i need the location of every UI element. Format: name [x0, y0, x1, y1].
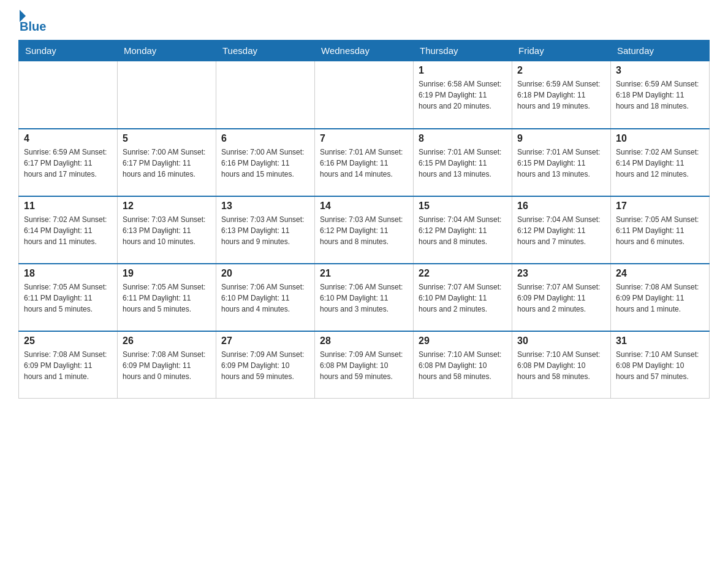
calendar-cell: 31Sunrise: 7:10 AM Sunset: 6:08 PM Dayli… [611, 331, 710, 399]
calendar-cell: 5Sunrise: 7:00 AM Sunset: 6:17 PM Daylig… [118, 129, 216, 196]
day-info: Sunrise: 7:01 AM Sunset: 6:16 PM Dayligh… [320, 147, 408, 180]
calendar-cell: 8Sunrise: 7:01 AM Sunset: 6:15 PM Daylig… [414, 129, 512, 196]
weekday-header-row: SundayMondayTuesdayWednesdayThursdayFrid… [19, 40, 710, 61]
day-number: 21 [320, 268, 408, 279]
day-number: 1 [419, 65, 507, 76]
day-number: 28 [320, 335, 408, 347]
calendar-cell [216, 61, 315, 129]
day-number: 9 [517, 133, 605, 144]
day-number: 13 [221, 201, 309, 212]
calendar-cell: 21Sunrise: 7:06 AM Sunset: 6:10 PM Dayli… [315, 264, 414, 331]
calendar-cell: 25Sunrise: 7:08 AM Sunset: 6:09 PM Dayli… [19, 331, 118, 399]
calendar-cell: 15Sunrise: 7:04 AM Sunset: 6:12 PM Dayli… [414, 196, 512, 264]
calendar-cell: 1Sunrise: 6:58 AM Sunset: 6:19 PM Daylig… [414, 61, 512, 129]
day-info: Sunrise: 7:05 AM Sunset: 6:11 PM Dayligh… [616, 214, 704, 247]
day-info: Sunrise: 7:05 AM Sunset: 6:11 PM Dayligh… [24, 282, 112, 315]
calendar-cell: 30Sunrise: 7:10 AM Sunset: 6:08 PM Dayli… [512, 331, 611, 399]
day-number: 16 [517, 201, 605, 212]
day-info: Sunrise: 7:08 AM Sunset: 6:09 PM Dayligh… [616, 282, 704, 315]
day-info: Sunrise: 7:00 AM Sunset: 6:16 PM Dayligh… [221, 147, 309, 180]
day-info: Sunrise: 7:02 AM Sunset: 6:14 PM Dayligh… [24, 214, 112, 247]
day-info: Sunrise: 7:03 AM Sunset: 6:12 PM Dayligh… [320, 214, 408, 247]
day-info: Sunrise: 7:07 AM Sunset: 6:10 PM Dayligh… [419, 282, 507, 315]
calendar-cell: 18Sunrise: 7:05 AM Sunset: 6:11 PM Dayli… [19, 264, 118, 331]
day-number: 11 [24, 201, 112, 212]
weekday-header-wednesday: Wednesday [315, 40, 414, 61]
calendar-week-row: 4Sunrise: 6:59 AM Sunset: 6:17 PM Daylig… [19, 129, 710, 196]
day-number: 6 [221, 133, 309, 144]
weekday-header-saturday: Saturday [611, 40, 710, 61]
page-header: Blue [18, 12, 710, 34]
calendar-cell: 9Sunrise: 7:01 AM Sunset: 6:15 PM Daylig… [512, 129, 611, 196]
calendar-cell: 28Sunrise: 7:09 AM Sunset: 6:08 PM Dayli… [315, 331, 414, 399]
day-number: 24 [616, 268, 704, 279]
logo: Blue [18, 12, 46, 34]
calendar-cell [19, 61, 118, 129]
calendar-cell: 7Sunrise: 7:01 AM Sunset: 6:16 PM Daylig… [315, 129, 414, 196]
day-number: 29 [419, 335, 507, 347]
day-number: 22 [419, 268, 507, 279]
weekday-header-sunday: Sunday [19, 40, 118, 61]
day-info: Sunrise: 7:01 AM Sunset: 6:15 PM Dayligh… [517, 147, 605, 180]
calendar-week-row: 11Sunrise: 7:02 AM Sunset: 6:14 PM Dayli… [19, 196, 710, 264]
day-info: Sunrise: 7:00 AM Sunset: 6:17 PM Dayligh… [123, 147, 211, 180]
calendar-cell: 27Sunrise: 7:09 AM Sunset: 6:09 PM Dayli… [216, 331, 315, 399]
day-info: Sunrise: 7:03 AM Sunset: 6:13 PM Dayligh… [123, 214, 211, 247]
calendar-cell: 29Sunrise: 7:10 AM Sunset: 6:08 PM Dayli… [414, 331, 512, 399]
day-info: Sunrise: 7:09 AM Sunset: 6:08 PM Dayligh… [320, 349, 408, 382]
day-number: 4 [24, 133, 112, 144]
weekday-header-friday: Friday [512, 40, 611, 61]
day-number: 2 [517, 65, 605, 76]
calendar-cell: 22Sunrise: 7:07 AM Sunset: 6:10 PM Dayli… [414, 264, 512, 331]
calendar-cell [315, 61, 414, 129]
calendar-cell: 19Sunrise: 7:05 AM Sunset: 6:11 PM Dayli… [118, 264, 216, 331]
weekday-header-thursday: Thursday [414, 40, 512, 61]
calendar-cell [118, 61, 216, 129]
calendar-cell: 2Sunrise: 6:59 AM Sunset: 6:18 PM Daylig… [512, 61, 611, 129]
day-number: 3 [616, 65, 704, 76]
calendar-week-row: 1Sunrise: 6:58 AM Sunset: 6:19 PM Daylig… [19, 61, 710, 129]
day-info: Sunrise: 6:59 AM Sunset: 6:18 PM Dayligh… [517, 79, 605, 112]
calendar-cell: 13Sunrise: 7:03 AM Sunset: 6:13 PM Dayli… [216, 196, 315, 264]
day-info: Sunrise: 6:58 AM Sunset: 6:19 PM Dayligh… [419, 79, 507, 112]
day-info: Sunrise: 7:08 AM Sunset: 6:09 PM Dayligh… [24, 349, 112, 382]
day-number: 23 [517, 268, 605, 279]
weekday-header-monday: Monday [118, 40, 216, 61]
calendar-cell: 24Sunrise: 7:08 AM Sunset: 6:09 PM Dayli… [611, 264, 710, 331]
day-number: 31 [616, 335, 704, 347]
day-info: Sunrise: 6:59 AM Sunset: 6:17 PM Dayligh… [24, 147, 112, 180]
calendar-cell: 16Sunrise: 7:04 AM Sunset: 6:12 PM Dayli… [512, 196, 611, 264]
day-number: 15 [419, 201, 507, 212]
day-number: 8 [419, 133, 507, 144]
calendar-cell: 11Sunrise: 7:02 AM Sunset: 6:14 PM Dayli… [19, 196, 118, 264]
calendar-cell: 14Sunrise: 7:03 AM Sunset: 6:12 PM Dayli… [315, 196, 414, 264]
day-info: Sunrise: 6:59 AM Sunset: 6:18 PM Dayligh… [616, 79, 704, 112]
calendar-table: SundayMondayTuesdayWednesdayThursdayFrid… [18, 40, 710, 399]
calendar-week-row: 18Sunrise: 7:05 AM Sunset: 6:11 PM Dayli… [19, 264, 710, 331]
day-info: Sunrise: 7:03 AM Sunset: 6:13 PM Dayligh… [221, 214, 309, 247]
day-info: Sunrise: 7:04 AM Sunset: 6:12 PM Dayligh… [419, 214, 507, 247]
day-number: 25 [24, 335, 112, 347]
day-info: Sunrise: 7:09 AM Sunset: 6:09 PM Dayligh… [221, 349, 309, 382]
day-number: 7 [320, 133, 408, 144]
logo-subtitle: Blue [20, 20, 46, 34]
day-info: Sunrise: 7:06 AM Sunset: 6:10 PM Dayligh… [221, 282, 309, 315]
day-number: 12 [123, 201, 211, 212]
day-number: 20 [221, 268, 309, 279]
day-number: 30 [517, 335, 605, 347]
day-info: Sunrise: 7:10 AM Sunset: 6:08 PM Dayligh… [616, 349, 704, 382]
calendar-cell: 4Sunrise: 6:59 AM Sunset: 6:17 PM Daylig… [19, 129, 118, 196]
day-info: Sunrise: 7:08 AM Sunset: 6:09 PM Dayligh… [123, 349, 211, 382]
day-info: Sunrise: 7:05 AM Sunset: 6:11 PM Dayligh… [123, 282, 211, 315]
day-number: 10 [616, 133, 704, 144]
day-number: 5 [123, 133, 211, 144]
calendar-cell: 12Sunrise: 7:03 AM Sunset: 6:13 PM Dayli… [118, 196, 216, 264]
calendar-cell: 26Sunrise: 7:08 AM Sunset: 6:09 PM Dayli… [118, 331, 216, 399]
day-info: Sunrise: 7:06 AM Sunset: 6:10 PM Dayligh… [320, 282, 408, 315]
day-number: 18 [24, 268, 112, 279]
calendar-cell: 23Sunrise: 7:07 AM Sunset: 6:09 PM Dayli… [512, 264, 611, 331]
day-number: 17 [616, 201, 704, 212]
calendar-week-row: 25Sunrise: 7:08 AM Sunset: 6:09 PM Dayli… [19, 331, 710, 399]
day-info: Sunrise: 7:10 AM Sunset: 6:08 PM Dayligh… [419, 349, 507, 382]
day-info: Sunrise: 7:04 AM Sunset: 6:12 PM Dayligh… [517, 214, 605, 247]
